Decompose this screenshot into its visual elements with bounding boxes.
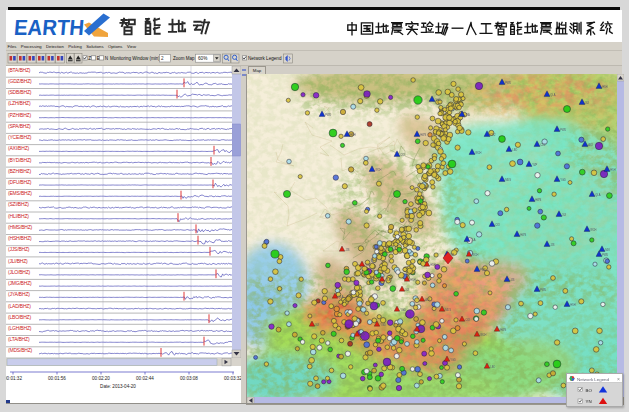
svg-text:CXI: CXI: [495, 223, 500, 227]
svg-text:(PZH/BHZ): (PZH/BHZ): [8, 112, 31, 118]
svg-text:(HMS/BHZ): (HMS/BHZ): [8, 224, 33, 230]
svg-text:00:02:44: 00:02:44: [136, 376, 154, 381]
svg-text:XJI: XJI: [315, 323, 319, 327]
svg-text:QLA: QLA: [385, 278, 390, 282]
svg-text:JYA: JYA: [465, 113, 470, 117]
svg-text:(JYA/BHZ): (JYA/BHZ): [8, 291, 30, 297]
svg-text:AXI: AXI: [425, 298, 429, 302]
svg-text:(LZH/BHZ): (LZH/BHZ): [8, 100, 31, 106]
svg-text:WCH: WCH: [472, 253, 478, 257]
svg-text:HSH: HSH: [430, 263, 436, 267]
svg-text:(LTA/BHZ): (LTA/BHZ): [8, 336, 30, 342]
svg-text:PWU: PWU: [560, 128, 566, 132]
svg-text:(BZH/BHZ): (BZH/BHZ): [8, 168, 31, 174]
svg-text:MXI: MXI: [605, 248, 610, 252]
svg-text:(JMG/BHZ): (JMG/BHZ): [8, 280, 32, 286]
svg-text:HWS: HWS: [535, 198, 541, 202]
svg-text:(HSH/BHZ): (HSH/BHZ): [8, 235, 32, 241]
svg-text:(SDB/BHZ): (SDB/BHZ): [8, 89, 32, 95]
svg-text:Z: Z: [88, 56, 91, 61]
svg-text:HSH: HSH: [350, 133, 356, 137]
svg-text:PWU: PWU: [540, 288, 546, 292]
svg-text:JJS: JJS: [510, 278, 515, 282]
svg-text:MDS: MDS: [445, 308, 451, 312]
svg-text:HSH: HSH: [410, 278, 416, 282]
svg-text:HSH: HSH: [610, 168, 616, 172]
svg-text:(LGH/BHZ): (LGH/BHZ): [8, 325, 32, 331]
svg-text:2: 2: [161, 56, 164, 61]
svg-text:BO: BO: [586, 388, 593, 393]
svg-text:(BYD/BHZ): (BYD/BHZ): [8, 157, 32, 163]
svg-text:Network Legend: Network Legend: [577, 377, 610, 382]
svg-text:CXI: CXI: [465, 318, 470, 322]
svg-text:YZP: YZP: [532, 163, 537, 167]
svg-text:QLA: QLA: [470, 238, 475, 242]
svg-text:(AXI/BHZ): (AXI/BHZ): [8, 145, 30, 151]
svg-text:Date: 2013-04-20: Date: 2013-04-20: [100, 384, 136, 389]
svg-text:(DFU/BHZ): (DFU/BHZ): [8, 179, 32, 185]
svg-text:CXI: CXI: [400, 153, 405, 157]
svg-text:YZP: YZP: [360, 333, 365, 337]
svg-text:(JLO/BHZ): (JLO/BHZ): [8, 269, 31, 275]
svg-text:HSH: HSH: [570, 303, 576, 307]
svg-text:Monitoring Window (min): Monitoring Window (min): [110, 56, 160, 61]
svg-text:XJI: XJI: [562, 213, 566, 217]
svg-text:Zoom Map: Zoom Map: [173, 56, 195, 61]
svg-text:AXI: AXI: [588, 143, 592, 147]
svg-text:Network Legend: Network Legend: [248, 56, 282, 61]
svg-text:MDS: MDS: [505, 178, 511, 182]
svg-text:LBO: LBO: [512, 148, 517, 152]
svg-text:N: N: [105, 56, 108, 61]
svg-text:YGD: YGD: [560, 178, 566, 182]
svg-text:(SPA/BHZ): (SPA/BHZ): [8, 123, 31, 129]
svg-text:00:01:56: 00:01:56: [48, 376, 66, 381]
svg-text:PWU: PWU: [505, 81, 511, 85]
svg-text:×: ×: [617, 376, 620, 382]
svg-text:HSH: HSH: [602, 85, 608, 89]
svg-text:(MDS/BHZ): (MDS/BHZ): [8, 347, 33, 353]
svg-text:PWU: PWU: [325, 113, 331, 117]
svg-text:YGD: YGD: [400, 308, 406, 312]
svg-text:HWS: HWS: [500, 328, 506, 332]
svg-text:YN: YN: [586, 399, 592, 404]
svg-text:YGD: YGD: [450, 358, 456, 362]
svg-text:WCH: WCH: [375, 168, 381, 172]
svg-text:PWU: PWU: [602, 253, 608, 257]
svg-text:00:03:08: 00:03:08: [180, 376, 198, 381]
svg-text:(SZI/BHZ): (SZI/BHZ): [8, 201, 29, 207]
svg-text:(EMS/BHZ): (EMS/BHZ): [8, 190, 32, 196]
svg-text:YGD: YGD: [435, 98, 441, 102]
svg-text:(YCE/BHZ): (YCE/BHZ): [8, 134, 32, 140]
svg-text:(HLI/BHZ): (HLI/BHZ): [8, 213, 29, 219]
svg-text:CD2: CD2: [540, 143, 546, 147]
svg-text:JJS: JJS: [345, 248, 350, 252]
svg-text:LBO: LBO: [490, 365, 495, 369]
svg-text:YGD: YGD: [365, 263, 371, 267]
svg-text:QLA: QLA: [338, 295, 343, 299]
svg-text:60%: 60%: [198, 56, 207, 61]
svg-text:(GDZ/BHZ): (GDZ/BHZ): [8, 78, 32, 84]
svg-text:WCH: WCH: [590, 228, 596, 232]
svg-text:AXI: AXI: [420, 328, 424, 332]
svg-text:QLA: QLA: [595, 193, 600, 197]
svg-text:(LBO/BHZ): (LBO/BHZ): [8, 314, 31, 320]
svg-text:(BTA/BHZ): (BTA/BHZ): [8, 67, 31, 73]
svg-text:CD2: CD2: [490, 133, 496, 137]
svg-text:HWS: HWS: [420, 133, 426, 137]
svg-text:WCH: WCH: [480, 333, 486, 337]
svg-text:YGD: YGD: [380, 323, 386, 327]
svg-text:WCH: WCH: [475, 151, 481, 155]
svg-text:PWU: PWU: [480, 268, 486, 272]
svg-text:00:02:20: 00:02:20: [92, 376, 110, 381]
svg-text:(LAD/BHZ): (LAD/BHZ): [8, 303, 31, 309]
svg-text:JJS: JJS: [550, 243, 555, 247]
svg-text:QLA: QLA: [550, 93, 555, 97]
svg-text:00:03:32: 00:03:32: [224, 376, 241, 381]
svg-text:XJI: XJI: [585, 101, 589, 105]
svg-text:XJI: XJI: [405, 288, 409, 292]
svg-text:HWS: HWS: [520, 233, 526, 237]
svg-text:00:01:32: 00:01:32: [6, 376, 22, 381]
svg-text:(JJS/BHZ): (JJS/BHZ): [8, 246, 30, 252]
svg-text:(JLI/BHZ): (JLI/BHZ): [8, 258, 28, 264]
